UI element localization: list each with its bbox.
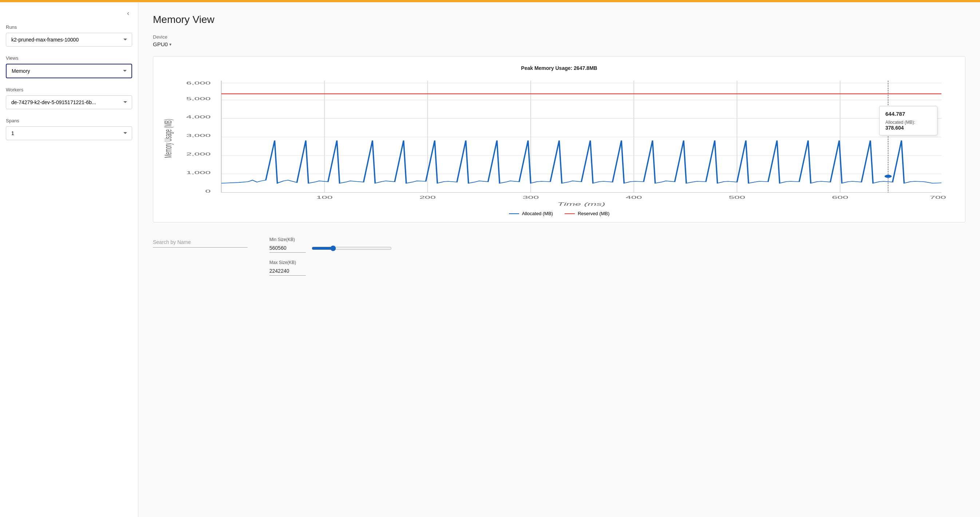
tooltip-time: 644.787 [885, 111, 931, 117]
spans-dropdown[interactable]: 1 [6, 126, 132, 140]
views-label: Views [6, 55, 132, 61]
legend-reserved-label: Reserved (MB) [578, 211, 609, 216]
chart-svg: 0 1,000 2,000 3,000 4,000 5,000 6,000 Me… [159, 77, 959, 208]
svg-text:400: 400 [626, 195, 642, 199]
runs-label: Runs [6, 24, 132, 30]
svg-text:Time (ms): Time (ms) [557, 201, 605, 207]
chart-container: Peak Memory Usage: 2647.8MB 0 1,000 2,00… [153, 56, 966, 223]
max-size-label: Max Size(KB) [269, 260, 392, 265]
min-size-row [269, 243, 392, 253]
svg-text:200: 200 [419, 195, 436, 199]
search-input[interactable] [153, 237, 248, 248]
svg-text:2,000: 2,000 [186, 151, 210, 156]
svg-text:3,000: 3,000 [186, 133, 210, 138]
spans-label: Spans [6, 118, 132, 123]
max-size-group: Max Size(KB) [269, 260, 392, 275]
tooltip-allocated-value: 378.604 [885, 125, 931, 131]
svg-text:5,000: 5,000 [186, 96, 210, 101]
device-label: Device [153, 34, 966, 40]
legend-reserved: Reserved (MB) [565, 211, 609, 216]
chart-title: Peak Memory Usage: 2647.8MB [159, 65, 959, 71]
device-value: GPU0 [153, 41, 168, 47]
svg-text:500: 500 [729, 195, 745, 199]
svg-text:100: 100 [317, 195, 333, 199]
svg-text:600: 600 [832, 195, 848, 199]
svg-text:0: 0 [205, 189, 211, 193]
min-size-label: Min Size(KB) [269, 237, 392, 242]
svg-text:300: 300 [522, 195, 539, 199]
size-filters: Min Size(KB) Max Size(KB) [269, 237, 392, 275]
page-title: Memory View [153, 14, 966, 25]
device-section: Device GPU0 ▾ [153, 34, 966, 47]
main-layout: ‹ Runs k2-pruned-max-frames-10000 Views … [0, 2, 980, 517]
min-size-input[interactable] [269, 243, 306, 253]
chevron-down-icon: ▾ [169, 42, 172, 47]
chart-legend: Allocated (MB) Reserved (MB) [159, 211, 959, 216]
device-dropdown[interactable]: GPU0 ▾ [153, 41, 966, 47]
sidebar-collapse-btn[interactable]: ‹ [6, 8, 132, 19]
svg-text:4,000: 4,000 [186, 115, 210, 119]
runs-dropdown[interactable]: k2-pruned-max-frames-10000 [6, 33, 132, 47]
legend-allocated-label: Allocated (MB) [522, 211, 553, 216]
views-dropdown[interactable]: Memory [6, 64, 132, 78]
min-size-slider[interactable] [312, 245, 392, 251]
content-area: Memory View Device GPU0 ▾ Peak Memory Us… [138, 2, 980, 517]
workers-label: Workers [6, 87, 132, 92]
min-size-group: Min Size(KB) [269, 237, 392, 253]
legend-reserved-line [565, 213, 575, 214]
legend-allocated: Allocated (MB) [509, 211, 553, 216]
workers-dropdown[interactable]: de-74279-k2-dev-5-0915171221-6b... [6, 95, 132, 109]
svg-text:Memory Usage (MB): Memory Usage (MB) [163, 119, 173, 158]
tooltip-allocated-label: Allocated (MB): [885, 120, 931, 125]
sidebar: ‹ Runs k2-pruned-max-frames-10000 Views … [0, 2, 138, 517]
svg-text:6,000: 6,000 [186, 81, 210, 85]
collapse-icon[interactable]: ‹ [124, 8, 132, 19]
legend-allocated-line [509, 213, 519, 214]
min-size-slider-container [312, 245, 392, 251]
svg-point-34 [885, 175, 892, 178]
svg-text:700: 700 [930, 195, 946, 199]
filter-section: Min Size(KB) Max Size(KB) [153, 234, 966, 278]
chart-tooltip: 644.787 Allocated (MB): 378.604 [879, 106, 937, 135]
search-group [153, 237, 248, 248]
max-size-input[interactable] [269, 267, 306, 275]
svg-text:1,000: 1,000 [186, 170, 210, 175]
chart-area: 0 1,000 2,000 3,000 4,000 5,000 6,000 Me… [159, 77, 959, 208]
max-size-row [269, 267, 392, 275]
